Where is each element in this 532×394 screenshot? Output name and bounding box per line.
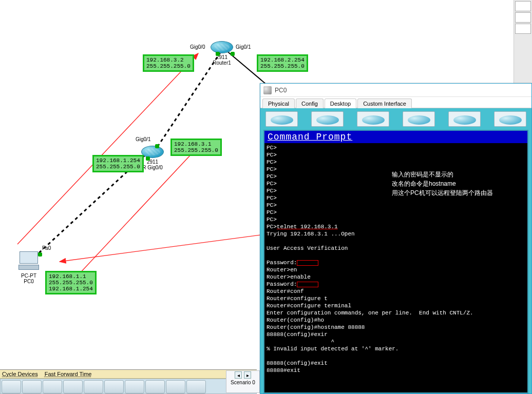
- router-icon: [211, 41, 233, 53]
- device-slot[interactable]: [186, 380, 206, 393]
- pc-title-icon: [263, 86, 272, 94]
- interface-label: Gig0/0: [190, 44, 205, 50]
- device-slot[interactable]: [22, 380, 42, 393]
- fast-forward-button[interactable]: Fast Forward Time: [45, 371, 92, 377]
- desktop-app[interactable]: [357, 111, 389, 127]
- note-pc[interactable]: 192.168.1.1255.255.255.0192.168.1.254: [45, 271, 97, 294]
- port-indicator: [146, 156, 150, 161]
- tab-config[interactable]: Config: [296, 98, 324, 108]
- device-slot[interactable]: [104, 380, 124, 393]
- window-title: PC0: [275, 87, 287, 94]
- port-indicator: [231, 52, 235, 56]
- note-r2-left[interactable]: 192.168.1.254255.255.255.0: [92, 155, 144, 172]
- password-hidden-box: [297, 282, 318, 287]
- scenario-prev-button[interactable]: ◂: [235, 371, 242, 379]
- device-slot[interactable]: [125, 380, 144, 393]
- interface-label: Gig0/1: [136, 136, 150, 142]
- note-r1-right[interactable]: 192.168.2.254255.255.255.0: [257, 54, 308, 72]
- note-r1-left[interactable]: 192.168.3.2255.255.255.0: [143, 54, 194, 72]
- desktop-app[interactable]: [494, 111, 526, 127]
- desktop-body: Command Prompt PC> PC> PC> PC> PC> PC> P…: [260, 108, 531, 393]
- device-label: PC-PT: [21, 273, 36, 279]
- command-prompt-titlebar[interactable]: Command Prompt: [264, 131, 527, 143]
- tab-custom-interface[interactable]: Custom Interface: [357, 98, 412, 108]
- desktop-app[interactable]: [265, 111, 298, 127]
- desktop-app[interactable]: [403, 111, 435, 127]
- window-titlebar[interactable]: PC0: [260, 84, 531, 97]
- scenario-label: Scenario 0: [227, 380, 259, 385]
- port-indicator: [38, 252, 42, 257]
- device-router1[interactable]: 2911 Router1: [211, 41, 233, 66]
- device-router2[interactable]: 2911 R Gig0/0: [141, 146, 164, 170]
- note-r2-right[interactable]: 192.168.3.1255.255.255.0: [170, 139, 222, 156]
- device-label: R Gig0/0: [142, 165, 162, 170]
- device-pc0[interactable]: PC-PT PC0: [17, 251, 40, 284]
- tab-desktop[interactable]: Desktop: [325, 98, 356, 108]
- router-icon: [141, 146, 164, 158]
- cycle-devices-button[interactable]: Cycle Devices: [2, 371, 38, 377]
- password-hidden-box: [297, 260, 318, 266]
- device-slot[interactable]: [166, 380, 185, 393]
- desktop-app[interactable]: [448, 111, 481, 127]
- svg-line-5: [60, 234, 268, 262]
- device-palette[interactable]: [0, 379, 257, 394]
- pc0-window[interactable]: PC0 Physical Config Desktop Custom Inter…: [260, 83, 532, 394]
- device-slot[interactable]: [43, 380, 62, 393]
- device-slot[interactable]: [84, 380, 103, 393]
- tab-physical[interactable]: Physical: [262, 98, 295, 108]
- port-indicator: [216, 52, 220, 56]
- device-label: PC0: [24, 279, 33, 284]
- bottom-bar: Cycle Devices Fast Forward Time: [0, 369, 257, 394]
- pc-icon: [17, 251, 40, 272]
- interface-label: Fa0: [42, 245, 51, 251]
- pc0-tabstrip: Physical Config Desktop Custom Interface: [260, 97, 531, 108]
- interface-label: Gig0/1: [236, 44, 251, 50]
- device-slot[interactable]: [145, 380, 165, 393]
- scenario-box[interactable]: ◂ ▸ Scenario 0: [226, 370, 260, 393]
- desktop-app[interactable]: [311, 111, 344, 127]
- device-label: Router1: [213, 60, 231, 66]
- port-indicator: [155, 144, 159, 148]
- desktop-apps-row: [263, 111, 528, 127]
- device-slot[interactable]: [2, 380, 21, 393]
- annotation-text: 输入的密码是不显示的 改名的命令是hostname 用这个PC机可以远程登陆两个…: [392, 170, 493, 198]
- scenario-next-button[interactable]: ▸: [244, 371, 251, 379]
- device-slot[interactable]: [63, 380, 83, 393]
